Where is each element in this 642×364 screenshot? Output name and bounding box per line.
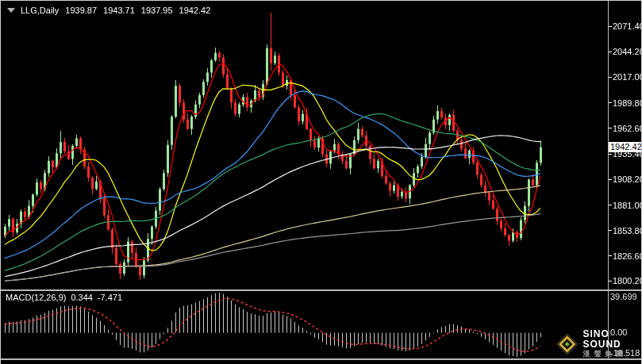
- macd-indicator-label: MACD(12,26,9) 0.344 -7.471: [6, 293, 122, 302]
- macd-axis-max-label: 39.699: [610, 292, 637, 301]
- diamond-logo-icon: [556, 331, 578, 357]
- price-axis-label: 1881.00: [613, 201, 642, 210]
- close-value: 1942.42: [179, 6, 211, 15]
- macd-main-value: 0.344: [71, 293, 93, 302]
- logo-text-cn: 漢聲集團: [582, 350, 641, 358]
- price-axis-label: 2044.20: [613, 47, 642, 56]
- symbol-period-label: LLG,Daily: [21, 6, 59, 15]
- broker-logo: SINO SOUND 漢聲集團: [556, 329, 641, 358]
- chart-title: LLG,Daily 1939.87 1943.71 1937.95 1942.4…: [21, 6, 210, 15]
- price-chart-canvas[interactable]: [1, 1, 642, 364]
- price-axis-label: 1800.20: [613, 276, 642, 285]
- axis-divider-line: [608, 1, 609, 359]
- logo-text-en: SINO SOUND: [582, 329, 641, 350]
- chart-window: LLG,Daily 1939.87 1943.71 1937.95 1942.4…: [0, 0, 642, 364]
- price-axis-label: 1908.20: [613, 174, 642, 184]
- price-axis-label: 1826.60: [613, 251, 642, 261]
- price-axis-label: 1853.80: [613, 226, 642, 236]
- high-value: 1943.71: [103, 6, 135, 15]
- price-axis-label: 2071.40: [613, 21, 642, 31]
- chevron-down-icon[interactable]: [7, 8, 15, 13]
- price-axis-label: 1962.60: [613, 124, 642, 133]
- macd-name: MACD(12,26,9): [6, 293, 66, 302]
- price-axis-label: 2017.00: [613, 72, 642, 82]
- chart-title-bar: LLG,Daily 1939.87 1943.71 1937.95 1942.4…: [7, 6, 210, 15]
- panel-separator[interactable]: [1, 289, 642, 291]
- open-value: 1939.87: [65, 6, 97, 15]
- current-price-tag: 1942.42: [609, 142, 642, 152]
- price-axis-label: 1989.80: [613, 98, 642, 108]
- low-value: 1937.95: [141, 6, 173, 15]
- bottom-border: [1, 358, 642, 360]
- macd-signal-value: -7.471: [98, 293, 122, 302]
